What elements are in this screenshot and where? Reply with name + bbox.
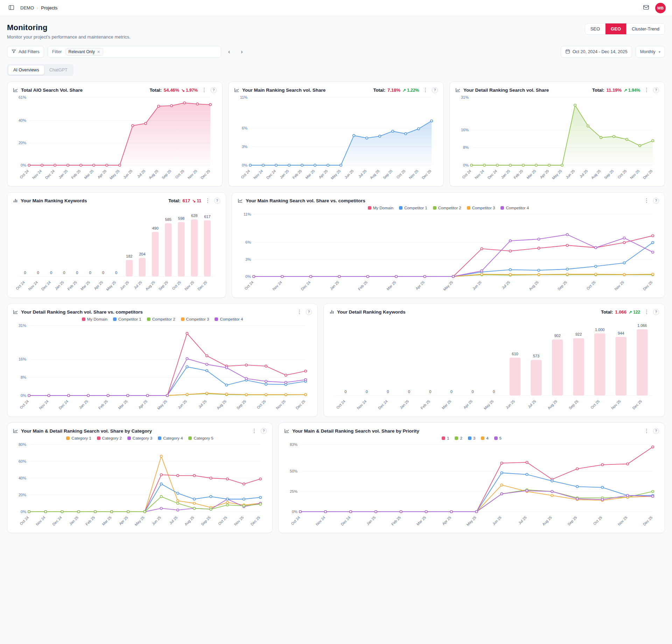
svg-text:0: 0 <box>429 390 431 394</box>
legend-item[interactable]: 3 <box>468 436 475 440</box>
mail-icon <box>643 4 649 12</box>
card-total: Total: 11.19% ↗1.94% <box>592 88 640 93</box>
bar-chart-icon <box>13 198 18 203</box>
help-icon[interactable]: ? <box>653 428 659 434</box>
line-chart-icon <box>13 428 18 434</box>
svg-text:Dec 25: Dec 25 <box>642 280 653 291</box>
legend-swatch <box>500 206 504 210</box>
legend-item[interactable]: Competitor 1 <box>113 317 141 321</box>
help-icon[interactable]: ? <box>432 87 438 93</box>
svg-text:Feb 25: Feb 25 <box>391 515 402 526</box>
legend-label: Category 1 <box>71 436 91 440</box>
breadcrumb-root[interactable]: DEMO <box>20 5 34 10</box>
legend-item[interactable]: Competitor 3 <box>467 206 495 210</box>
svg-text:Oct 24: Oct 24 <box>461 169 472 179</box>
legend-item[interactable]: 4 <box>481 436 488 440</box>
legend-item[interactable]: 2 <box>455 436 462 440</box>
svg-text:May 25: May 25 <box>442 280 454 292</box>
svg-text:Jan 25: Jan 25 <box>54 280 65 291</box>
svg-text:Nov 24: Nov 24 <box>356 399 367 410</box>
legend-item[interactable]: Competitor 3 <box>181 317 209 321</box>
card-menu-button[interactable]: ⋮ <box>422 87 429 93</box>
tab-chatgpt[interactable]: ChatGPT <box>44 65 72 75</box>
svg-text:0: 0 <box>63 271 65 275</box>
svg-text:Jan 25: Jan 25 <box>500 169 511 180</box>
help-icon[interactable]: ? <box>211 87 217 93</box>
legend-item[interactable]: Category 4 <box>158 436 183 440</box>
breadcrumb-separator-icon: › <box>37 5 38 10</box>
help-icon[interactable]: ? <box>261 428 267 434</box>
line-chart-icon <box>13 88 18 93</box>
inbox-button[interactable] <box>641 3 651 13</box>
svg-text:Dec 25: Dec 25 <box>421 169 432 180</box>
next-page-button[interactable]: › <box>237 47 246 56</box>
legend-item[interactable]: Competitor 4 <box>500 206 529 210</box>
legend-item[interactable]: Competitor 2 <box>147 317 175 321</box>
date-range-picker[interactable]: Oct 20, 2024 - Dec 14, 2025 <box>561 46 632 58</box>
help-icon[interactable]: ? <box>214 198 220 204</box>
svg-text:Feb 25: Feb 25 <box>357 280 369 291</box>
trend-down-icon: ↘ <box>181 88 185 93</box>
sidebar-toggle-icon <box>8 5 14 12</box>
legend-item[interactable]: Competitor 1 <box>399 206 427 210</box>
chip-close-icon[interactable]: ✕ <box>97 50 100 54</box>
card-menu-button[interactable]: ⋮ <box>201 87 208 93</box>
svg-text:11%: 11% <box>240 95 247 99</box>
chart-legend: My DomainCompetitor 1Competitor 2Competi… <box>238 206 659 210</box>
svg-text:Dec 25: Dec 25 <box>295 399 306 410</box>
chart-canvas: 0%8%16%31%Oct 24Nov 24Dec 24Jan 25Feb 25… <box>455 93 659 183</box>
svg-text:0%: 0% <box>21 510 26 514</box>
legend-item[interactable]: 1 <box>442 436 449 440</box>
svg-text:182: 182 <box>126 254 132 258</box>
legend-item[interactable]: Category 5 <box>188 436 213 440</box>
card-menu-button[interactable]: ⋮ <box>204 197 211 204</box>
tab-seo[interactable]: SEO <box>585 23 605 34</box>
svg-text:0: 0 <box>344 390 346 394</box>
svg-text:0: 0 <box>24 271 26 275</box>
svg-text:617: 617 <box>204 215 210 219</box>
legend-item[interactable]: My Domain <box>368 206 393 210</box>
prev-page-button[interactable]: ‹ <box>225 47 234 56</box>
legend-item[interactable]: Category 2 <box>97 436 122 440</box>
legend-item[interactable]: 5 <box>494 436 502 440</box>
svg-text:40%: 40% <box>19 476 26 480</box>
legend-item[interactable]: My Domain <box>82 317 107 321</box>
card-detail-ranking-keywords: Your Detail Ranking Keywords Total: 1.06… <box>323 303 665 417</box>
svg-text:Jun 25: Jun 25 <box>505 399 516 410</box>
svg-text:204: 204 <box>139 252 145 256</box>
share-by-priority-chart: 0%25%50%83%Oct 24Nov 24Dec 24Jan 25Feb 2… <box>284 440 659 529</box>
card-menu-button[interactable]: ⋮ <box>643 309 650 315</box>
help-icon[interactable]: ? <box>653 198 659 204</box>
help-icon[interactable]: ? <box>653 309 659 315</box>
card-menu-button[interactable]: ⋮ <box>643 87 650 93</box>
avatar[interactable]: MB <box>655 3 666 13</box>
card-menu-button[interactable]: ⋮ <box>643 197 650 204</box>
card-total: Total: 617 ↘11 <box>168 198 201 203</box>
help-icon[interactable]: ? <box>653 87 659 93</box>
legend-item[interactable]: Category 1 <box>66 436 91 440</box>
legend-item[interactable]: Category 3 <box>127 436 152 440</box>
tab-cluster-trend[interactable]: Cluster-Trend <box>626 23 665 34</box>
add-filters-button[interactable]: Add Filters <box>7 46 44 58</box>
tab-ai-overviews[interactable]: AI Overviews <box>8 65 44 75</box>
legend-item[interactable]: Competitor 4 <box>215 317 243 321</box>
interval-select[interactable]: Monthly ▾ <box>636 46 665 58</box>
svg-text:Jul 25: Jul 25 <box>501 280 511 290</box>
tab-geo[interactable]: GEO <box>605 23 626 34</box>
svg-text:Dec 25: Dec 25 <box>197 280 208 291</box>
filter-chip-relevant-only[interactable]: Relevant Only ✕ <box>65 48 104 56</box>
svg-text:Feb 25: Feb 25 <box>98 399 109 410</box>
card-menu-button[interactable]: ⋮ <box>643 428 650 434</box>
svg-text:Apr 25: Apr 25 <box>138 399 148 410</box>
svg-text:Nov 24: Nov 24 <box>272 280 283 291</box>
svg-text:Jan 25: Jan 25 <box>329 280 340 291</box>
filter-box[interactable]: Filter Relevant Only ✕ <box>48 46 221 58</box>
card-menu-button[interactable]: ⋮ <box>251 428 258 434</box>
chart-legend: Category 1Category 2Category 3Category 4… <box>13 436 267 440</box>
breadcrumb-current[interactable]: Projects <box>41 5 57 10</box>
legend-item[interactable]: Competitor 2 <box>433 206 461 210</box>
card-menu-button[interactable]: ⋮ <box>296 309 303 315</box>
sidebar-toggle-button[interactable] <box>6 3 16 13</box>
svg-text:Mar 25: Mar 25 <box>386 280 397 291</box>
help-icon[interactable]: ? <box>306 309 312 315</box>
